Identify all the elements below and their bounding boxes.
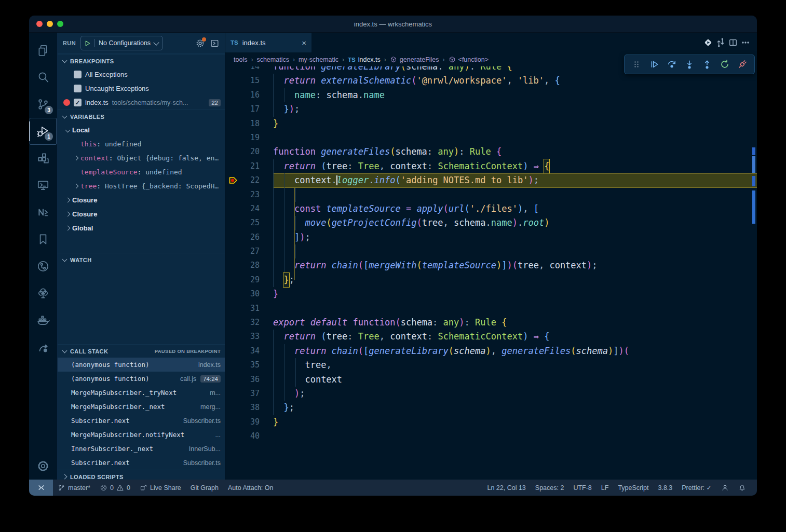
gutter-line-15[interactable]: 15	[225, 74, 273, 88]
gutter-line-17[interactable]: 17	[225, 102, 273, 116]
breadcrumb-item-schematics[interactable]: schematics	[256, 56, 289, 63]
code-line-content[interactable]: ]);	[273, 230, 757, 244]
breakpoint-checkbox[interactable]	[74, 71, 82, 78]
statusbar-language-mode[interactable]: TypeScript	[613, 480, 653, 496]
editor-action-open-changes[interactable]	[715, 37, 726, 48]
code-line-content[interactable]	[273, 188, 757, 202]
breadcrumb-item-myschematic[interactable]: my-schematic	[299, 56, 338, 63]
variable-row[interactable]: templateSource: undefined	[58, 165, 225, 179]
gutter-line-25[interactable]: 25	[225, 216, 273, 230]
call-stack-frame[interactable]: MergeMapSubscriber._nextmerg...	[58, 400, 225, 414]
code-line-content[interactable]: return chain([generateLibrary(schema), g…	[273, 344, 757, 358]
code-line-content[interactable]: };	[273, 401, 757, 415]
activity-item-docker[interactable]	[30, 307, 56, 334]
watch-header[interactable]: WATCH	[58, 253, 225, 266]
zoom-window-button[interactable]	[57, 21, 63, 27]
activity-item-nx-console[interactable]	[30, 199, 56, 226]
gutter-line-33[interactable]: 33	[225, 330, 273, 344]
code-line-content[interactable]: move(getProjectConfig(tree, schema.name)…	[273, 216, 757, 230]
activity-item-search[interactable]	[30, 64, 56, 91]
activity-item-explorer[interactable]	[30, 37, 56, 64]
variable-row[interactable]: context: Object {debug: false, en…	[58, 151, 225, 165]
call-stack-frame[interactable]: MergeMapSubscriber.notifyNext...	[58, 428, 225, 442]
variables-header[interactable]: VARIABLES	[58, 110, 225, 123]
statusbar-ts-version[interactable]: 3.8.3	[653, 480, 677, 496]
chevron-right-icon[interactable]	[63, 198, 72, 202]
statusbar-encoding[interactable]: UTF-8	[568, 480, 596, 496]
close-window-button[interactable]	[36, 21, 43, 27]
variables-scope-closure[interactable]: Closure	[58, 193, 225, 207]
code-line-content[interactable]	[273, 302, 757, 316]
gutter-line-30[interactable]: 30	[225, 287, 273, 301]
code-line-content[interactable]: name: schema.name	[273, 88, 757, 102]
code-line-content[interactable]: context	[273, 373, 757, 387]
activity-item-project-manager[interactable]	[30, 334, 56, 361]
editor-action-more-actions[interactable]	[740, 37, 751, 48]
statusbar-auto-attach[interactable]: Auto Attach: On	[223, 480, 278, 496]
gutter-line-31[interactable]: 31	[225, 302, 273, 316]
code-line-content[interactable]: export default function(schema: any): Ru…	[273, 316, 757, 330]
debug-disconnect-button[interactable]	[735, 57, 750, 72]
breadcrumb-item-indexts[interactable]: TSindex.ts	[348, 56, 381, 63]
variables-scope-closure[interactable]: Closure	[58, 207, 225, 221]
statusbar-eol[interactable]: LF	[597, 480, 614, 496]
editor-action-run-code[interactable]	[703, 37, 713, 48]
code-line-content[interactable]: }	[273, 415, 757, 429]
code-line-content[interactable]: tree,	[273, 358, 757, 372]
debug-step-out-button[interactable]	[699, 57, 715, 72]
call-stack-frame[interactable]: (anonymous function)call.js74:24	[58, 372, 225, 386]
chevron-right-icon[interactable]	[63, 212, 72, 216]
debug-continue-button[interactable]	[646, 57, 662, 72]
gutter-line-19[interactable]: 19	[225, 131, 273, 145]
breakpoint-row[interactable]: All Exceptions	[58, 67, 225, 81]
statusbar-problems[interactable]: 00	[95, 480, 135, 496]
activity-item-git-graph[interactable]	[30, 253, 56, 280]
activity-item-extensions[interactable]	[30, 145, 56, 172]
statusbar-remote-indicator[interactable]	[29, 480, 53, 496]
code-line-content[interactable]: return (tree: Tree, context: SchematicCo…	[273, 159, 757, 173]
call-stack-frame[interactable]: Subscriber.nextSubscriber.ts	[58, 456, 225, 470]
breadcrumb-item-function[interactable]: <function>	[449, 56, 489, 63]
start-debug-icon[interactable]	[84, 40, 91, 47]
debug-step-over-button[interactable]	[664, 57, 680, 72]
debug-configuration-dropdown[interactable]: No Configurations	[80, 36, 163, 50]
statusbar-prettier[interactable]: Prettier: ✓	[677, 480, 716, 496]
breakpoint-checkbox[interactable]: ✓	[74, 99, 82, 106]
activity-item-manage-gear[interactable]	[30, 453, 56, 480]
breadcrumb-item-generatefiles[interactable]: generateFiles	[390, 56, 439, 63]
activity-item-remote-explorer[interactable]	[30, 172, 56, 199]
editor-action-split-editor[interactable]	[728, 37, 738, 48]
gutter-line-18[interactable]: 18	[225, 117, 273, 131]
breakpoint-checkbox[interactable]	[74, 85, 82, 92]
call-stack-frame[interactable]: Subscriber.nextSubscriber.ts	[58, 414, 225, 428]
variable-row[interactable]: this: undefined	[58, 137, 225, 151]
gutter-line-34[interactable]: 34	[225, 344, 273, 358]
call-stack-frame[interactable]: MergeMapSubscriber._tryNextm...	[58, 386, 225, 400]
gutter-line-20[interactable]: 20	[225, 145, 273, 159]
debug-step-into-button[interactable]	[682, 57, 697, 72]
statusbar-live-share[interactable]: Live Share	[135, 480, 186, 496]
statusbar-feedback[interactable]	[716, 480, 734, 496]
gutter-line-29[interactable]: 29	[225, 273, 273, 287]
statusbar-git-graph[interactable]: Git Graph	[186, 480, 223, 496]
gutter-line-21[interactable]: 21	[225, 159, 273, 173]
code-line-content[interactable]: });	[273, 102, 757, 116]
code-line-content[interactable]: }	[273, 117, 757, 131]
call-stack-frame[interactable]: (anonymous function)index.ts	[58, 358, 225, 372]
gutter-line-24[interactable]: 24	[225, 202, 273, 216]
statusbar-notifications[interactable]	[734, 480, 751, 496]
gutter-line-14[interactable]: 14	[225, 66, 273, 74]
call-stack-frame[interactable]: InnerSubscriber._nextInnerSub...	[58, 442, 225, 456]
breakpoint-row[interactable]: ✓index.tstools/schematics/my-sch...22	[58, 96, 225, 110]
chevron-right-icon[interactable]	[71, 184, 80, 188]
breakpoints-header[interactable]: BREAKPOINTS	[58, 54, 225, 67]
code-line-content[interactable]: }	[273, 287, 757, 301]
code-area[interactable]: 14function generateLibrary(schema: any):…	[225, 66, 757, 480]
code-line-content[interactable]: const templateSource = apply(url('./file…	[273, 202, 757, 216]
call-stack-header[interactable]: CALL STACK PAUSED ON BREAKPOINT	[58, 344, 225, 358]
code-line-content[interactable]	[273, 131, 757, 145]
gutter-line-36[interactable]: 36	[225, 373, 273, 387]
variables-scope-local[interactable]: Local	[58, 123, 225, 137]
breakpoint-row[interactable]: Uncaught Exceptions	[58, 81, 225, 96]
gutter-line-27[interactable]: 27	[225, 244, 273, 258]
